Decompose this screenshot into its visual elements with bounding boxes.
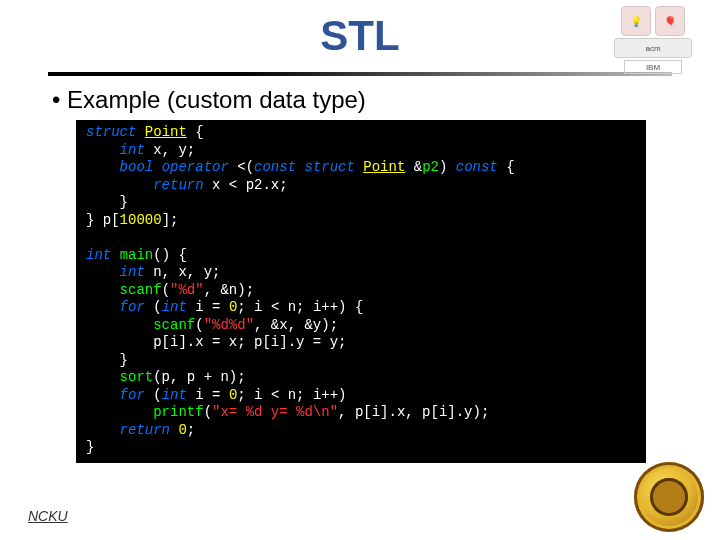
code-token: ; i < n; i++) (237, 387, 346, 403)
code-token: ( (204, 404, 212, 420)
code-token: } p[ (86, 212, 120, 228)
code-token: operator (162, 159, 229, 175)
page-title: STL (320, 12, 399, 60)
code-token: , &n); (204, 282, 254, 298)
code-token: return (153, 177, 203, 193)
ibm-logo: IBM (624, 60, 682, 74)
code-token: Point (145, 124, 187, 140)
code-token: scanf (153, 317, 195, 333)
code-token: & (405, 159, 422, 175)
code-token: { (498, 159, 515, 175)
code-token: int (86, 247, 111, 263)
balloon-icon: 🎈 (655, 6, 685, 36)
code-token: <( (229, 159, 254, 175)
code-token: struct (304, 159, 354, 175)
code-token: for (120, 387, 145, 403)
code-token: struct (86, 124, 136, 140)
logo-cluster: 💡 🎈 acm IBM (598, 6, 708, 78)
code-token: 10000 (120, 212, 162, 228)
code-token: ; i < n; i++) { (237, 299, 363, 315)
code-token: x, y; (145, 142, 195, 158)
code-token: int (120, 142, 145, 158)
code-token: i = (187, 387, 229, 403)
code-token: ; (187, 422, 195, 438)
code-token: 0 (178, 422, 186, 438)
code-token: ) (439, 159, 456, 175)
code-token: } (120, 352, 128, 368)
code-token: int (162, 387, 187, 403)
code-token: { (187, 124, 204, 140)
code-token: x < p2.x; (204, 177, 288, 193)
code-token: p[i].x = x; p[i].y = y; (153, 334, 346, 350)
code-block: struct Point { int x, y; bool operator <… (76, 120, 646, 463)
code-token: printf (153, 404, 203, 420)
code-token: ]; (162, 212, 179, 228)
code-token: } (120, 194, 128, 210)
code-token: , p[i].x, p[i].y); (338, 404, 489, 420)
code-token: "%d" (170, 282, 204, 298)
code-token: , &x, &y); (254, 317, 338, 333)
code-token: ( (195, 317, 203, 333)
code-token: ( (145, 299, 162, 315)
code-token: Point (363, 159, 405, 175)
code-token: return (120, 422, 170, 438)
code-token: i = (187, 299, 229, 315)
code-token: ( (162, 282, 170, 298)
code-token: bool (120, 159, 154, 175)
code-token: int (120, 264, 145, 280)
code-token: n, x, y; (145, 264, 221, 280)
acm-icpc-logo: acm (614, 38, 692, 58)
code-token: const (254, 159, 296, 175)
bulb-icon: 💡 (621, 6, 651, 36)
code-token: main (120, 247, 154, 263)
code-token: () { (153, 247, 187, 263)
code-token: "x= %d y= %d\n" (212, 404, 338, 420)
code-token: p2 (422, 159, 439, 175)
bullet-example: • Example (custom data type) (52, 86, 668, 114)
code-token: int (162, 299, 187, 315)
university-seal-icon (634, 462, 704, 532)
code-token: for (120, 299, 145, 315)
code-token: } (86, 439, 94, 455)
code-token: "%d%d" (204, 317, 254, 333)
code-token: const (456, 159, 498, 175)
code-token: ( (145, 387, 162, 403)
footer-ncku: NCKU (28, 508, 68, 524)
code-token: (p, p + n); (153, 369, 245, 385)
code-token: scanf (120, 282, 162, 298)
code-token: sort (120, 369, 154, 385)
